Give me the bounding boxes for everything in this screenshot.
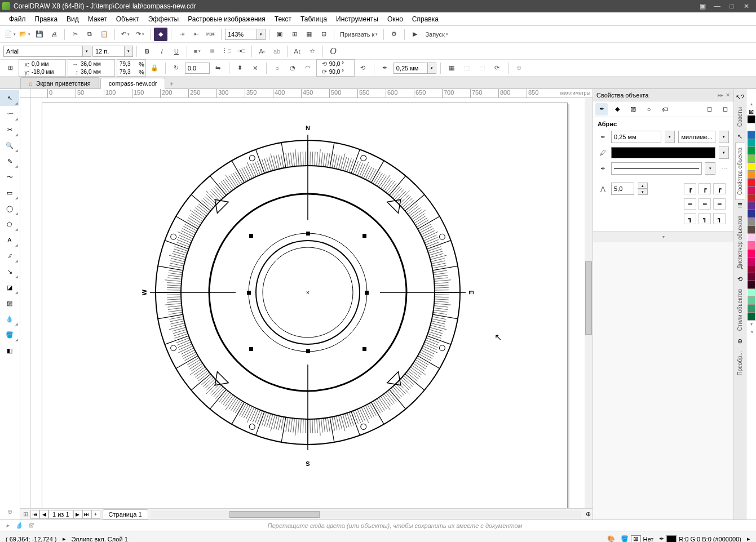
list-num-icon[interactable]: ≣ [205, 45, 219, 58]
polygon-tool-icon[interactable]: ⬠◢ [0, 216, 19, 232]
outline-width-value[interactable]: 0,25 мм [611, 131, 661, 143]
palette-swatch[interactable] [748, 257, 755, 265]
new-tab-button[interactable]: ＋ [166, 78, 176, 88]
arc2-input[interactable] [328, 68, 353, 75]
copy-icon[interactable]: ⧉ [83, 28, 96, 41]
rulers-icon[interactable]: ⊞ [288, 28, 301, 41]
align-icon[interactable]: ≡▾ [191, 45, 204, 58]
wrap-icon[interactable]: ▦ [445, 61, 458, 75]
angle-input[interactable] [185, 63, 210, 74]
palette-swatch[interactable] [748, 297, 755, 305]
outline-tab-icon[interactable]: ✒ [595, 103, 608, 115]
guides-icon[interactable]: ⊟ [317, 28, 330, 41]
ellipse-tool-icon[interactable]: ◯◢ [0, 201, 19, 216]
mirror-h-icon[interactable]: ⇋ [211, 61, 225, 75]
last-page-button[interactable]: ⏭ [82, 510, 91, 519]
font-input[interactable] [3, 46, 82, 57]
back-icon[interactable]: ⬚ [475, 61, 489, 75]
text-tool-icon[interactable]: A◢ [0, 232, 19, 248]
zoom-tool-icon[interactable]: 🔍◢ [0, 137, 19, 153]
cap-2-icon[interactable]: ━ [698, 198, 711, 210]
ellipse-tab-icon[interactable]: ○ [643, 103, 655, 115]
pos-1-icon[interactable]: ┓ [684, 213, 696, 224]
ruler-vertical[interactable] [20, 98, 30, 508]
flip-icon[interactable]: ⤭ [249, 61, 262, 75]
corner-2-icon[interactable]: ┏ [698, 183, 711, 194]
menu-effects[interactable]: Эффекты [144, 13, 184, 25]
docker-close-icon[interactable]: ✕ [726, 92, 730, 98]
outline-dropdown[interactable]: ▾ [427, 63, 436, 74]
dropshadow-tool-icon[interactable]: ◪◢ [0, 279, 19, 295]
size-combo[interactable]: ▾ [92, 46, 133, 57]
sy-input[interactable] [118, 68, 138, 75]
pdf-icon[interactable]: PDF [204, 28, 218, 41]
zoom-dropdown[interactable]: ▾ [257, 29, 266, 40]
smart-fill-icon[interactable]: ◧ [0, 343, 19, 358]
outline-combo[interactable]: ▾ [394, 63, 436, 74]
plus-icon[interactable]: ⊕ [512, 61, 526, 75]
palette-swatch[interactable] [748, 139, 755, 147]
zoom-input[interactable] [225, 29, 257, 40]
undo-icon[interactable]: ↶▾ [118, 28, 132, 41]
ruler-horizontal[interactable]: миллиметры -5005010015020025030035040045… [30, 89, 593, 98]
palette-down-icon[interactable]: ▾ [750, 322, 753, 327]
outline-swatch[interactable] [666, 535, 677, 543]
menu-edit[interactable]: Правка [30, 13, 63, 25]
eyedropper-tool-icon[interactable]: 💧◢ [0, 311, 19, 327]
canvas[interactable]: N S E W [30, 98, 585, 508]
menu-bitmaps[interactable]: Растровые изображения [183, 13, 270, 25]
transparency-tab-icon[interactable]: ▨ [627, 103, 639, 115]
vtab-xform[interactable]: Преобр... [736, 346, 744, 380]
transparency-tool-icon[interactable]: ▨ [0, 295, 19, 311]
print-icon[interactable]: 🖨 [47, 28, 61, 41]
h-input[interactable] [79, 68, 113, 75]
props-icon[interactable]: ↖ [736, 132, 745, 141]
page-tab[interactable]: Страница 1 [103, 509, 148, 519]
menu-help[interactable]: Справка [408, 13, 443, 25]
dropcap-icon[interactable]: A▫ [255, 45, 269, 58]
launch-dropdown[interactable]: Запуск▾ [423, 28, 450, 41]
status-dd2-icon[interactable]: ▸ [747, 535, 750, 542]
palette-swatch[interactable] [748, 210, 755, 218]
style-opts-icon[interactable]: ⋯ [719, 165, 729, 172]
save-icon[interactable]: 💾 [33, 28, 46, 41]
navigator-icon[interactable]: ⊕ [583, 510, 593, 519]
tray-menu-icon[interactable]: ▸ [3, 522, 12, 530]
palette-swatch[interactable] [748, 202, 755, 210]
menu-file[interactable]: Файл [5, 13, 30, 25]
arc-icon[interactable]: ◠ [301, 61, 315, 75]
fill-swatch[interactable]: ⊠ [631, 535, 641, 543]
outline-style[interactable] [611, 162, 702, 175]
first-page-button[interactable]: ⏮ [30, 510, 39, 519]
cap-1-icon[interactable]: ━ [684, 198, 696, 210]
status-color-icon[interactable]: 🎨 [607, 535, 615, 542]
palette-swatch[interactable] [748, 123, 755, 131]
fill-tab-icon[interactable]: ◆ [611, 103, 624, 115]
palette-expand-icon[interactable]: ◂ [750, 329, 753, 334]
import-icon[interactable]: ⇥ [175, 28, 188, 41]
underline-icon[interactable]: U [170, 45, 183, 58]
quick-customize-icon[interactable]: ⊕ [0, 504, 19, 519]
ital-o-icon[interactable]: O [326, 45, 340, 58]
outline-input[interactable] [394, 63, 427, 74]
pen-icon[interactable]: ✒ [378, 61, 392, 75]
char-icon[interactable]: ab [270, 45, 284, 58]
x-input[interactable] [30, 60, 64, 68]
star-icon[interactable]: ☆ [306, 45, 319, 58]
direction-icon[interactable]: ⟲ [356, 61, 370, 75]
palette-swatch[interactable] [748, 234, 755, 242]
fullscreen-icon[interactable]: ▣ [273, 28, 286, 41]
palette-swatch[interactable] [748, 242, 755, 250]
palette-swatch[interactable] [748, 273, 755, 281]
document-tab[interactable]: compass-new.cdr [100, 78, 166, 89]
palette-swatch[interactable] [748, 313, 755, 321]
expand-pages-icon[interactable]: ⊞ [20, 510, 30, 518]
sx-input[interactable] [118, 60, 138, 68]
pos-3-icon[interactable]: ┓ [713, 213, 726, 224]
paste-icon[interactable]: 📋 [98, 28, 111, 41]
parallel-tool-icon[interactable]: ⫽◢ [0, 248, 19, 264]
miter-up[interactable]: ▴ [638, 183, 648, 189]
export-icon[interactable]: ⇤ [189, 28, 203, 41]
vertical-scrollbar[interactable] [585, 98, 593, 508]
vtab-props[interactable]: Свойства объекта [735, 143, 745, 200]
